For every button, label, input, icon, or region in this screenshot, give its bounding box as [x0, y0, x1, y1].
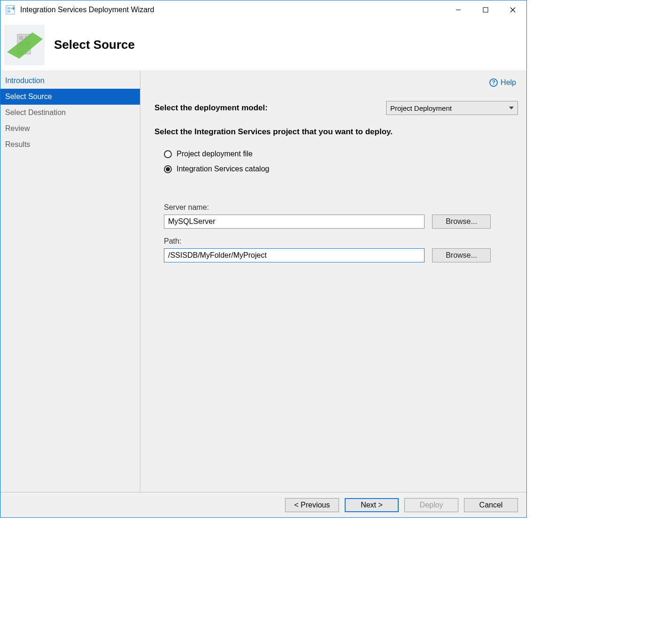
help-icon: ? — [489, 78, 498, 87]
path-label: Path: — [164, 237, 518, 246]
help-text: Help — [501, 78, 516, 87]
sidebar-item-results[interactable]: Results — [0, 137, 140, 153]
radio-icon — [164, 150, 172, 158]
server-name-input[interactable] — [164, 215, 425, 229]
deployment-model-row: Select the deployment model: Project Dep… — [154, 101, 518, 115]
page-title: Select Source — [54, 38, 135, 52]
source-radio-group: Project deployment file Integration Serv… — [164, 150, 518, 180]
button-label: Deploy — [420, 501, 443, 509]
radio-icon — [164, 165, 172, 173]
svg-rect-4 — [483, 8, 488, 12]
radio-label: Project deployment file — [177, 150, 253, 158]
sidebar-item-label: Select Source — [5, 92, 52, 100]
section-head: Select the Integration Services project … — [154, 127, 518, 137]
minimize-button[interactable] — [445, 0, 472, 19]
window-controls — [445, 0, 526, 19]
previous-button[interactable]: < Previous — [285, 498, 339, 512]
close-button[interactable] — [499, 0, 526, 19]
wizard-window: Integration Services Deployment Wizard — [0, 0, 527, 518]
button-label: < Previous — [294, 501, 330, 509]
dropdown-value: Project Deployment — [390, 104, 452, 112]
browse-server-button[interactable]: Browse... — [432, 215, 491, 229]
banner-icon — [4, 25, 45, 65]
svg-rect-1 — [7, 7, 10, 9]
button-label: Next > — [361, 501, 383, 509]
wizard-footer: < Previous Next > Deploy Cancel — [0, 492, 526, 517]
path-block: Path: Browse... — [164, 237, 518, 262]
deployment-model-dropdown[interactable]: Project Deployment — [386, 101, 518, 115]
button-label: Browse... — [446, 217, 477, 226]
svg-rect-9 — [19, 36, 23, 40]
server-name-label: Server name: — [164, 203, 518, 212]
radio-project-deployment-file[interactable]: Project deployment file — [164, 150, 518, 158]
sidebar-item-review[interactable]: Review — [0, 121, 140, 137]
wizard-content: ? Help Select the deployment model: Proj… — [140, 71, 526, 492]
sidebar-item-label: Introduction — [5, 77, 45, 85]
chevron-down-icon — [509, 107, 514, 109]
sidebar-item-label: Select Destination — [5, 108, 66, 116]
button-label: Cancel — [479, 501, 503, 509]
wizard-sidebar: Introduction Select Source Select Destin… — [0, 71, 140, 492]
window-title: Integration Services Deployment Wizard — [20, 6, 154, 14]
radio-integration-services-catalog[interactable]: Integration Services catalog — [164, 165, 518, 173]
svg-rect-2 — [7, 10, 10, 13]
maximize-button[interactable] — [472, 0, 499, 19]
sidebar-item-select-destination[interactable]: Select Destination — [0, 105, 140, 121]
deployment-model-label: Select the deployment model: — [154, 103, 378, 113]
sidebar-item-label: Results — [5, 140, 30, 148]
browse-path-button[interactable]: Browse... — [432, 248, 491, 262]
radio-label: Integration Services catalog — [177, 165, 269, 173]
button-label: Browse... — [446, 251, 477, 260]
cancel-button[interactable]: Cancel — [464, 498, 518, 512]
sidebar-item-select-source[interactable]: Select Source — [0, 89, 140, 105]
sidebar-item-introduction[interactable]: Introduction — [0, 73, 140, 89]
path-input[interactable] — [164, 248, 425, 262]
help-link[interactable]: ? Help — [154, 78, 518, 87]
header-banner: Select Source — [0, 19, 526, 71]
next-button[interactable]: Next > — [345, 498, 399, 512]
app-icon — [5, 5, 15, 15]
deploy-button: Deploy — [404, 498, 458, 512]
server-name-block: Server name: Browse... — [164, 203, 518, 229]
wizard-body: Introduction Select Source Select Destin… — [0, 71, 526, 492]
sidebar-item-label: Review — [5, 124, 30, 132]
titlebar: Integration Services Deployment Wizard — [0, 0, 526, 19]
